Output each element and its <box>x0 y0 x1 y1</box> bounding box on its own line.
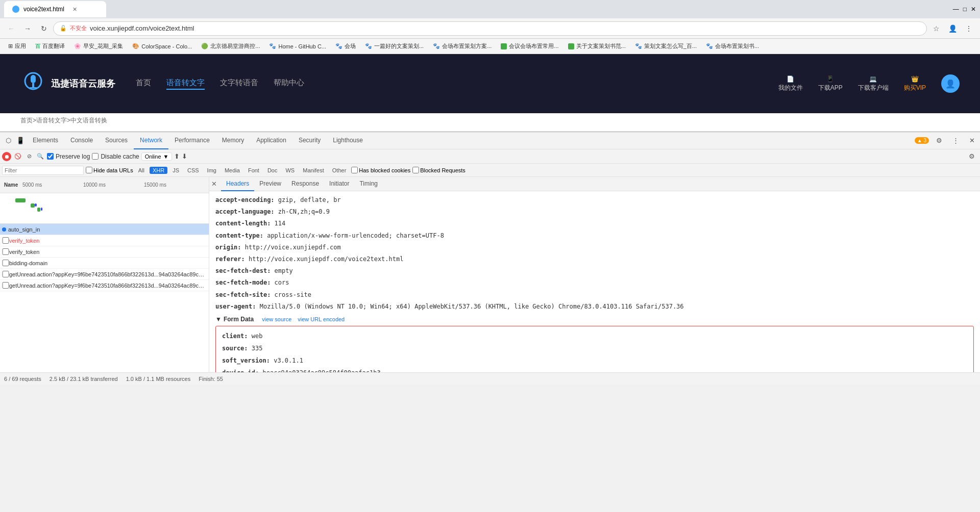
blocked-requests-label[interactable]: Blocked Requests <box>412 167 465 173</box>
device-toggle-btn[interactable]: 📱 <box>14 135 27 147</box>
settings-btn[interactable]: ⚙ <box>933 135 945 147</box>
tab-network[interactable]: Network <box>134 132 168 149</box>
bookmark-huiyi[interactable]: 会议会场布置常用... <box>497 41 562 51</box>
record-btn[interactable]: ⏺ <box>2 152 11 161</box>
address-bar[interactable]: 🔓 不安全 voice.xunjiepdf.com/voice2text.htm… <box>53 21 927 36</box>
has-blocked-cookies-checkbox[interactable] <box>351 167 358 173</box>
bookmark-baidu[interactable]: 百 百度翻译 <box>31 41 69 51</box>
filter-ws[interactable]: WS <box>282 167 298 174</box>
hide-data-urls-checkbox[interactable] <box>86 167 92 173</box>
clear-btn[interactable]: 🚫 <box>13 152 22 161</box>
panel-tab-timing[interactable]: Timing <box>354 177 383 191</box>
request-getunread-1[interactable]: getUnread.action?appKey=9f6be7423510fa86… <box>0 269 209 280</box>
has-blocked-cookies-label[interactable]: Has blocked cookies <box>351 167 410 173</box>
bookmark-colorspace[interactable]: 🎨 ColorSpace - Colo... <box>128 42 196 50</box>
user-avatar[interactable]: 👤 <box>941 74 960 93</box>
back-btn[interactable]: ← <box>4 21 18 36</box>
forward-btn[interactable]: → <box>20 21 35 36</box>
bookmark-beijing[interactable]: 🟢 北京德易堂游商控... <box>197 41 264 51</box>
hide-data-urls-label[interactable]: Hide data URLs <box>86 167 133 173</box>
download-client-btn[interactable]: 💻 下载客户端 <box>858 75 889 92</box>
panel-tab-preview[interactable]: Preview <box>254 177 286 191</box>
throttle-dropdown[interactable]: Online ▼ <box>141 152 173 161</box>
req-checkbox-1[interactable] <box>2 237 9 244</box>
filter-other[interactable]: Other <box>329 167 350 174</box>
request-bidding-domain[interactable]: bidding-domain <box>0 258 209 269</box>
tab-elements[interactable]: Elements <box>27 132 64 149</box>
upload-btn[interactable]: ⬆ <box>174 152 180 160</box>
preserve-log-label[interactable]: Preserve log <box>47 153 90 160</box>
filter-media[interactable]: Media <box>222 167 243 174</box>
panel-close-btn[interactable]: ✕ <box>211 180 217 188</box>
filter-img[interactable]: Img <box>204 167 219 174</box>
tab-application[interactable]: Application <box>250 132 292 149</box>
view-source-link[interactable]: view source <box>262 316 291 322</box>
my-files-btn[interactable]: 📄 我的文件 <box>778 75 803 92</box>
nav-text2voice[interactable]: 文字转语音 <box>220 78 258 90</box>
preserve-log-checkbox[interactable] <box>47 153 54 160</box>
close-devtools-btn[interactable]: ✕ <box>966 135 978 147</box>
tab-sources[interactable]: Sources <box>99 132 134 149</box>
bookmark-apps[interactable]: ⊞ 应用 <box>4 41 30 51</box>
bookmark-btn[interactable]: ☆ <box>929 21 943 36</box>
disable-cache-label[interactable]: Disable cache <box>92 153 139 160</box>
panel-tab-headers[interactable]: Headers <box>221 177 254 191</box>
panel-tab-initiator[interactable]: Initiator <box>324 177 354 191</box>
filter-font[interactable]: Font <box>245 167 262 174</box>
download-btn[interactable]: ⬇ <box>182 152 187 160</box>
download-app-btn[interactable]: 📱 下载APP <box>818 75 843 92</box>
disable-cache-checkbox[interactable] <box>92 153 99 160</box>
tab-performance[interactable]: Performance <box>168 132 216 149</box>
bookmark-cehua2[interactable]: 🐾 会场布置策划书... <box>702 41 763 51</box>
inspect-element-btn[interactable]: ⬡ <box>2 135 14 147</box>
active-tab[interactable]: voice2text.html ✕ <box>4 1 106 17</box>
url-display[interactable]: voice.xunjiepdf.com/voice2text.html <box>90 24 194 32</box>
req-checkbox-5[interactable] <box>2 282 9 289</box>
view-url-encoded-link[interactable]: view URL encoded <box>298 316 345 322</box>
maximize-btn[interactable]: □ <box>963 6 967 13</box>
fdr-key: client: <box>222 332 248 340</box>
search-btn[interactable]: 🔍 <box>36 152 45 161</box>
request-getunread-2[interactable]: getUnread.action?appKey=9f6be7423510fa86… <box>0 280 209 291</box>
more-btn[interactable]: ⋮ <box>949 135 962 147</box>
filter-manifest[interactable]: Manifest <box>300 167 327 174</box>
panel-tab-response[interactable]: Response <box>286 177 324 191</box>
blocked-requests-checkbox[interactable] <box>412 167 419 173</box>
minimize-btn[interactable]: — <box>953 6 959 13</box>
nav-help[interactable]: 帮助中心 <box>274 78 304 90</box>
nav-home[interactable]: 首页 <box>136 78 151 90</box>
request-auto-sign-in[interactable]: auto_sign_in <box>0 224 209 235</box>
close-btn[interactable]: ✕ <box>971 6 976 13</box>
header-key: accept-language: <box>215 208 275 215</box>
bookmark-huichang2[interactable]: 🐾 会场布置策划方案... <box>429 41 496 51</box>
bookmark-huichang1[interactable]: 🐾 会场 <box>331 41 360 51</box>
bookmark-guanyu[interactable]: 关于文案策划书范... <box>564 41 630 51</box>
tab-lighthouse[interactable]: Lighthouse <box>327 132 369 149</box>
filter-all[interactable]: All <box>135 167 148 174</box>
req-checkbox-2[interactable] <box>2 248 9 255</box>
reload-btn[interactable]: ↻ <box>37 21 51 36</box>
bookmark-cehua1[interactable]: 🐾 策划文案怎么写_百... <box>631 41 701 51</box>
filter-input[interactable] <box>2 166 84 175</box>
req-checkbox-3[interactable] <box>2 260 9 266</box>
req-checkbox-4[interactable] <box>2 271 9 277</box>
bookmark-zaoqing[interactable]: 🌸 早安_花期_采集 <box>70 41 127 51</box>
request-verify-token-1[interactable]: verify_token <box>0 235 209 246</box>
network-settings-btn[interactable]: ⚙ <box>966 150 978 163</box>
menu-btn[interactable]: ⋮ <box>962 21 976 36</box>
filter-icon-btn[interactable]: ⊘ <box>24 152 34 161</box>
buy-vip-btn[interactable]: 👑 购买VIP <box>904 75 926 92</box>
tab-memory[interactable]: Memory <box>216 132 250 149</box>
tab-close-btn[interactable]: ✕ <box>72 6 77 13</box>
nav-voice2text[interactable]: 语音转文字 <box>166 78 205 90</box>
request-verify-token-2[interactable]: verify_token <box>0 246 209 258</box>
tab-console[interactable]: Console <box>64 132 99 149</box>
filter-xhr[interactable]: XHR <box>150 167 167 174</box>
filter-css[interactable]: CSS <box>184 167 202 174</box>
tab-security[interactable]: Security <box>292 132 327 149</box>
bookmark-github[interactable]: 🐾 Home - GitHub C... <box>265 42 330 50</box>
profile-btn[interactable]: 👤 <box>945 21 960 36</box>
filter-doc[interactable]: Doc <box>264 167 281 174</box>
bookmark-wenang[interactable]: 🐾 一篇好的文案策划... <box>361 41 428 51</box>
filter-js[interactable]: JS <box>169 167 182 174</box>
